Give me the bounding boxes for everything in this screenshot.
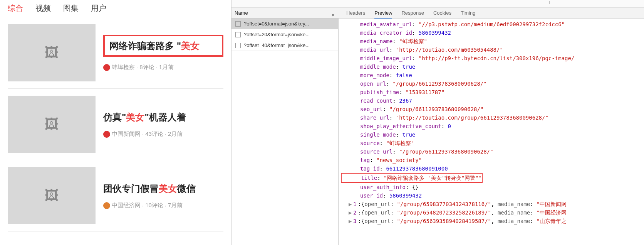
expand-icon[interactable]: ▶ bbox=[349, 208, 353, 217]
request-item[interactable]: ?offset=20&format=json&ke... bbox=[231, 29, 338, 40]
json-property[interactable]: tag_id: 6611293783680091000 bbox=[341, 164, 642, 173]
json-property[interactable]: tag: "news_society" bbox=[341, 156, 642, 164]
request-list: ?offset=0&format=json&key...?offset=20&f… bbox=[231, 19, 339, 245]
article-thumbnail: 🖼 bbox=[8, 167, 96, 224]
article-comments[interactable]: 10评论 bbox=[145, 202, 163, 209]
json-property[interactable]: user_id: 5860399432 bbox=[341, 191, 642, 200]
request-url: ?offset=20&format=json&ke... bbox=[244, 32, 310, 37]
article-source[interactable]: 中国经济网 bbox=[112, 202, 141, 209]
json-array-item[interactable]: ▶2: {open_url: "/group/65482072332582261… bbox=[341, 208, 642, 217]
json-property[interactable]: read_count: 2367 bbox=[341, 96, 642, 105]
article-meta: 中国新闻网·43评论·2月前 bbox=[103, 130, 223, 138]
source-icon bbox=[103, 131, 110, 138]
devtools-tab-headers[interactable]: Headers bbox=[346, 8, 365, 17]
devtools-tab-timing[interactable]: Timing bbox=[461, 8, 476, 17]
request-item[interactable]: ?offset=40&format=json&ke... bbox=[231, 40, 338, 51]
category-tab-3[interactable]: 用户 bbox=[91, 3, 106, 14]
article-thumbnail: 🖼 bbox=[8, 24, 96, 81]
request-item[interactable]: ?offset=0&format=json&key... bbox=[231, 19, 338, 29]
request-checkbox[interactable] bbox=[235, 21, 241, 27]
article-meta: 中国经济网·10评论·7月前 bbox=[103, 202, 223, 209]
json-property[interactable]: media_url: "http://toutiao.com/m60350544… bbox=[341, 46, 642, 54]
json-property[interactable]: media_name: "蚌埠检察" bbox=[341, 37, 642, 46]
name-column-header: Name × bbox=[235, 10, 339, 16]
json-array-item[interactable]: ▶1: {open_url: "/group/65983770343243781… bbox=[341, 200, 642, 208]
devtools-panel: Name × HeadersPreviewResponseCookiesTimi… bbox=[231, 0, 644, 245]
article-thumbnail: 🖼 bbox=[8, 96, 96, 153]
json-property[interactable]: source_url: "/group/6611293783680090628/… bbox=[341, 147, 642, 156]
category-tab-0[interactable]: 综合 bbox=[8, 3, 23, 14]
devtools-tabs: HeadersPreviewResponseCookiesTiming bbox=[339, 8, 475, 17]
category-tabs: 综合视频图集用户 bbox=[0, 0, 231, 17]
article-source[interactable]: 中国新闻网 bbox=[112, 130, 141, 138]
devtools-body: ?offset=0&format=json&key...?offset=20&f… bbox=[231, 19, 644, 245]
article-item[interactable]: 🖼仿真"美女"机器人着中国新闻网·43评论·2月前 bbox=[8, 89, 223, 160]
article-comments[interactable]: 43评论 bbox=[145, 130, 163, 138]
json-property[interactable]: title: "网络诈骗套路多 "美女"转身变"网警"" bbox=[341, 173, 483, 183]
article-time: 7月前 bbox=[168, 202, 183, 209]
category-tab-1[interactable]: 视频 bbox=[35, 3, 51, 14]
article-title[interactable]: 网络诈骗套路多 "美女 bbox=[103, 35, 223, 57]
article-item[interactable]: 🖼网络诈骗套路多 "美女蚌埠检察·8评论·1月前 bbox=[8, 17, 223, 89]
json-property[interactable]: show_play_effective_count: 0 bbox=[341, 122, 642, 130]
json-property[interactable]: middle_mode: true bbox=[341, 63, 642, 71]
request-url: ?offset=0&format=json&key... bbox=[244, 21, 309, 27]
name-header-text: Name bbox=[235, 10, 248, 16]
source-icon bbox=[103, 64, 110, 71]
json-property[interactable]: source: "蚌埠检察" bbox=[341, 139, 642, 147]
expand-icon[interactable]: ▶ bbox=[349, 217, 353, 225]
devtools-header-row: Name × HeadersPreviewResponseCookiesTimi… bbox=[231, 8, 644, 19]
json-property[interactable]: seo_url: "/group/6611293783680090628/" bbox=[341, 105, 642, 113]
json-property[interactable]: media_avatar_url: "//p3.pstatp.com/mediu… bbox=[341, 20, 642, 29]
devtools-tab-cookies[interactable]: Cookies bbox=[433, 8, 451, 17]
article-source[interactable]: 蚌埠检察 bbox=[112, 64, 135, 71]
json-property[interactable]: media_creator_id: 5860399432 bbox=[341, 29, 642, 37]
website-content: 综合视频图集用户 🖼网络诈骗套路多 "美女蚌埠检察·8评论·1月前🖼仿真"美女"… bbox=[0, 0, 231, 245]
expand-icon[interactable]: ▶ bbox=[349, 200, 353, 208]
json-property[interactable]: user_auth_info: {} bbox=[341, 183, 642, 191]
json-property[interactable]: publish_time: "1539311787" bbox=[341, 88, 642, 96]
source-icon bbox=[103, 202, 110, 209]
network-timeline[interactable] bbox=[231, 0, 644, 8]
request-checkbox[interactable] bbox=[235, 43, 241, 48]
request-url: ?offset=40&format=json&ke... bbox=[244, 42, 310, 48]
article-title[interactable]: 仿真"美女"机器人着 bbox=[103, 111, 223, 124]
article-item[interactable]: 🖼团伙专门假冒美女微信中国经济网·10评论·7月前 bbox=[8, 160, 223, 231]
article-title[interactable]: 团伙专门假冒美女微信 bbox=[103, 182, 223, 195]
json-property[interactable]: share_url: "http://toutiao.com/group/661… bbox=[341, 113, 642, 122]
close-icon[interactable]: × bbox=[331, 12, 335, 18]
devtools-tab-preview[interactable]: Preview bbox=[374, 8, 392, 17]
json-property[interactable]: more_mode: false bbox=[341, 71, 642, 79]
article-time: 1月前 bbox=[159, 64, 174, 71]
article-meta: 蚌埠检察·8评论·1月前 bbox=[103, 64, 223, 71]
category-tab-2[interactable]: 图集 bbox=[63, 3, 79, 14]
article-list: 🖼网络诈骗套路多 "美女蚌埠检察·8评论·1月前🖼仿真"美女"机器人着中国新闻网… bbox=[0, 17, 231, 231]
json-preview[interactable]: media_avatar_url: "//p3.pstatp.com/mediu… bbox=[339, 19, 644, 245]
json-property[interactable]: single_mode: true bbox=[341, 130, 642, 139]
article-time: 2月前 bbox=[168, 130, 183, 138]
json-property[interactable]: middle_image_url: "http://p9-tt.bytecdn.… bbox=[341, 54, 642, 63]
request-checkbox[interactable] bbox=[235, 32, 241, 37]
json-property[interactable]: open_url: "/group/6611293783680090628/" bbox=[341, 79, 642, 88]
article-comments[interactable]: 8评论 bbox=[139, 64, 154, 71]
json-array-item[interactable]: ▶3: {open_url: "/group/65639358940284195… bbox=[341, 217, 642, 225]
devtools-tab-response[interactable]: Response bbox=[401, 8, 424, 17]
